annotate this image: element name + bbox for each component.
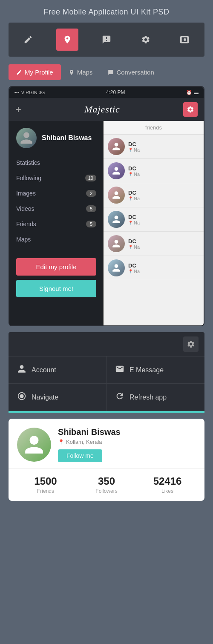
refreshapp-label: Refresh app <box>130 394 167 401</box>
likes-count: 52416 <box>139 475 196 487</box>
profile-card-info: Shibani Biswas 📍 Kollam, Kerala Follow m… <box>58 427 196 462</box>
stat-friends: 1500 Friends <box>17 475 74 494</box>
friends-count: 1500 <box>17 475 74 487</box>
friends-panel: friends DC 📍 Na DC <box>103 121 204 325</box>
header-gear-button[interactable] <box>183 102 198 117</box>
friend-item-4[interactable]: DC 📍 Na <box>104 207 204 232</box>
status-time: 4:20 PM <box>106 89 125 95</box>
stat-likes: 52416 Likes <box>139 475 196 494</box>
friend-item-5[interactable]: DC 📍 Na <box>104 232 204 256</box>
menu-profile-row: Shibani Biswas <box>9 128 103 155</box>
page-title: Free Mobile Application UI Kit PSD <box>0 0 213 23</box>
menu-buttons: Edit my profile Signout me! <box>9 251 103 304</box>
friend-loc-2: 📍 Na <box>128 172 199 177</box>
friend-avatar-4 <box>108 211 125 228</box>
follow-me-button[interactable]: Follow me <box>58 449 102 462</box>
menu-following-label: Following <box>16 175 41 181</box>
status-bar: ▪▪▪ VIRGIN 3G 4:20 PM ⏰ ▬ <box>9 87 204 98</box>
friend-info-1: DC 📍 Na <box>128 141 199 152</box>
settings-account-button[interactable]: Account <box>9 356 106 384</box>
profile-card-avatar <box>17 428 51 462</box>
tab-myprofile-label: My Profile <box>25 69 53 76</box>
nav-location-icon[interactable] <box>56 29 78 51</box>
friend-loc-3: 📍 Na <box>128 196 199 201</box>
settings-gear-button[interactable] <box>183 336 199 352</box>
account-icon <box>17 364 26 376</box>
menu-item-maps[interactable]: Maps <box>9 232 103 247</box>
tab-conversation[interactable]: Conversation <box>100 64 161 80</box>
emessage-label: E Message <box>130 366 164 374</box>
edit-profile-button[interactable]: Edit my profile <box>16 258 96 276</box>
following-badge: 10 <box>85 175 96 181</box>
settings-panel: Account E Message Navigate Refresh app <box>9 332 204 411</box>
likes-label: Likes <box>139 488 196 494</box>
friends-label: Friends <box>17 488 74 494</box>
profile-card: Shibani Biswas 📍 Kollam, Kerala Follow m… <box>9 419 204 501</box>
top-nav-bar <box>9 23 204 57</box>
status-carrier: ▪▪▪ VIRGIN 3G <box>14 90 45 95</box>
stat-divider-2 <box>137 475 137 494</box>
videos-badge: 5 <box>86 205 96 212</box>
friend-name-4: DC <box>128 214 199 220</box>
friend-info-4: DC 📍 Na <box>128 214 199 225</box>
profile-card-location: 📍 Kollam, Kerala <box>58 439 196 445</box>
friend-avatar-3 <box>108 187 125 204</box>
friend-item-3[interactable]: DC 📍 Na <box>104 183 204 207</box>
profile-card-top: Shibani Biswas 📍 Kollam, Kerala Follow m… <box>9 419 204 468</box>
accent-bar <box>9 411 204 413</box>
menu-item-statistics[interactable]: Statistics <box>9 155 103 170</box>
friend-item-1[interactable]: DC 📍 Na <box>104 135 204 159</box>
app-body: Shibani Biswas Statistics Following 10 I… <box>9 121 204 325</box>
plus-button[interactable]: + <box>15 104 21 115</box>
nav-camera-icon[interactable] <box>174 29 196 51</box>
alarm-icon: ⏰ <box>186 90 192 95</box>
menu-item-videos[interactable]: Videos 5 <box>9 201 103 216</box>
friend-name-3: DC <box>128 190 199 196</box>
emessage-icon <box>115 364 124 376</box>
friend-item-6[interactable]: DC 📍 Na <box>104 256 204 280</box>
location-pin-icon: 📍 <box>58 439 64 445</box>
images-badge: 2 <box>86 190 96 197</box>
friends-badge: 5 <box>86 221 96 227</box>
followers-count: 350 <box>78 475 135 487</box>
menu-maps-label: Maps <box>16 236 31 243</box>
menu-item-friends[interactable]: Friends 5 <box>9 216 103 232</box>
signal-icon: ▪▪▪ <box>14 90 20 95</box>
menu-profile-name: Shibani Biswas <box>42 134 92 142</box>
friends-header: friends <box>104 121 204 135</box>
tab-myprofile[interactable]: My Profile <box>9 64 61 80</box>
friend-name-1: DC <box>128 141 199 147</box>
app-menu: Shibani Biswas Statistics Following 10 I… <box>9 121 103 325</box>
settings-emessage-button[interactable]: E Message <box>106 356 204 384</box>
signout-button[interactable]: Signout me! <box>16 280 96 297</box>
navigate-label: Navigate <box>32 394 58 401</box>
navigate-icon <box>17 391 26 403</box>
menu-item-following[interactable]: Following 10 <box>9 170 103 186</box>
settings-top <box>9 332 204 356</box>
friend-avatar-5 <box>108 235 125 252</box>
pin-icon-1: 📍 <box>128 148 133 152</box>
tab-maps[interactable]: Maps <box>61 64 101 80</box>
app-header: + Majestic <box>9 98 204 121</box>
nav-edit-icon[interactable] <box>17 29 39 51</box>
menu-images-label: Images <box>16 190 36 197</box>
nav-settings-icon[interactable] <box>135 29 157 51</box>
app-title: Majestic <box>84 104 120 115</box>
friend-loc-4: 📍 Na <box>128 220 199 225</box>
pin-icon-2: 📍 <box>128 172 133 176</box>
menu-friends-label: Friends <box>16 221 36 227</box>
friend-item-2[interactable]: DC 📍 Na <box>104 159 204 183</box>
nav-chat-icon[interactable] <box>95 29 118 51</box>
profile-stats: 1500 Friends 350 Followers 52416 Likes <box>9 468 204 501</box>
friend-info-6: DC 📍 Na <box>128 262 199 274</box>
friend-info-2: DC 📍 Na <box>128 165 199 177</box>
friend-avatar-1 <box>108 138 125 155</box>
tab-maps-label: Maps <box>77 69 93 76</box>
refreshapp-icon <box>115 391 124 403</box>
friend-loc-5: 📍 Na <box>128 244 199 250</box>
profile-card-name: Shibani Biswas <box>58 427 196 437</box>
settings-navigate-button[interactable]: Navigate <box>9 384 106 411</box>
settings-refreshapp-button[interactable]: Refresh app <box>106 384 204 411</box>
menu-item-images[interactable]: Images 2 <box>9 186 103 201</box>
friend-loc-1: 📍 Na <box>128 147 199 152</box>
